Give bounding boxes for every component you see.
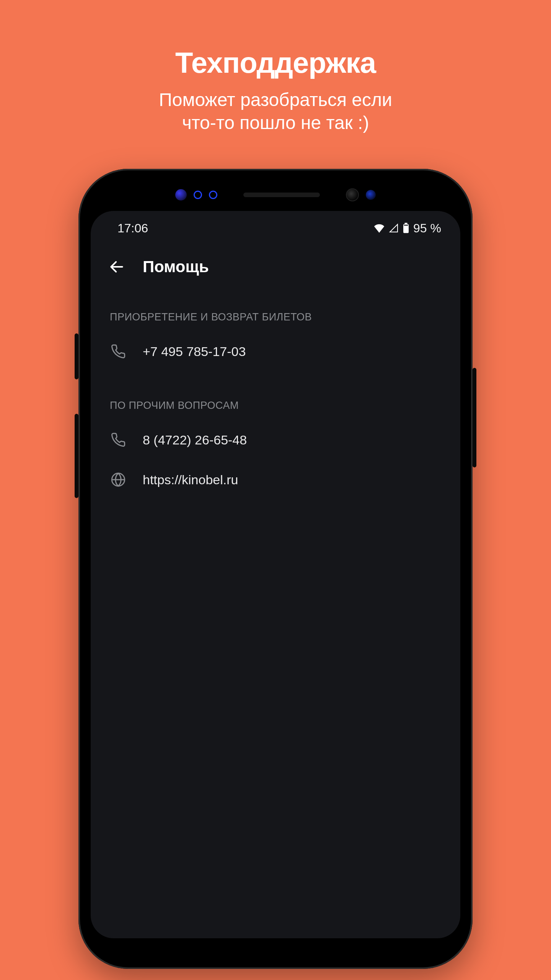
arrow-left-icon [108,258,125,275]
promo-subtitle-line1: Поможет разобраться если [159,90,392,110]
status-battery-text: 95 % [413,221,441,235]
promo-title: Техподдержка [175,46,376,79]
status-time: 17:06 [117,221,148,235]
status-bar: 17:06 95 % [91,211,460,245]
signal-icon [389,224,399,233]
screen: 17:06 95 % [91,211,460,938]
phone-number-other: 8 (4722) 26-65-48 [143,433,247,448]
website-row[interactable]: https://kinobel.ru [110,465,441,494]
phone-row-other[interactable]: 8 (4722) 26-65-48 [110,425,441,454]
phone-icon [110,343,127,360]
wifi-icon [373,224,385,233]
back-button[interactable] [106,256,127,278]
svg-rect-2 [404,225,408,225]
sensor-dot [175,189,187,201]
phone-number-tickets: +7 495 785-17-03 [143,344,246,359]
promo-subtitle-line2: что-то пошло не так :) [182,113,369,133]
section-header-other: ПО ПРОЧИМ ВОПРОСАМ [110,400,441,412]
front-camera [346,188,359,201]
app-bar: Помощь [91,245,460,288]
phone-side-button [75,414,78,498]
speaker-slot [243,193,320,197]
phone-icon [110,431,127,448]
phone-side-button [473,368,476,467]
website-url: https://kinobel.ru [143,472,238,487]
help-content: ПРИОБРЕТЕНИЕ И ВОЗВРАТ БИЛЕТОВ +7 495 78… [91,288,460,505]
sensor-dot [366,190,376,200]
globe-icon [110,471,127,488]
phone-frame: 17:06 95 % [78,169,473,969]
page-title: Помощь [143,258,209,276]
section-header-tickets: ПРИОБРЕТЕНИЕ И ВОЗВРАТ БИЛЕТОВ [110,311,441,323]
promo-subtitle: Поможет разобраться если что-то пошло не… [159,88,392,134]
sensor-dot [209,191,217,199]
battery-icon [403,223,409,234]
phone-side-button [75,333,78,379]
sensor-dot [194,191,202,199]
phone-sensor-cluster [78,187,473,203]
phone-row-tickets[interactable]: +7 495 785-17-03 [110,337,441,366]
svg-rect-0 [405,223,408,224]
